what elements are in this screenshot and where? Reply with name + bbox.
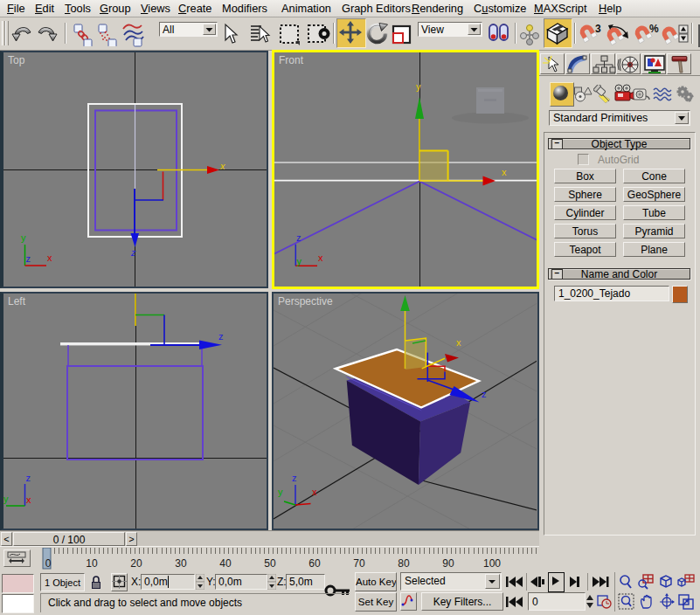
svg-text:z: z	[130, 247, 136, 258]
svg-text:x: x	[26, 494, 31, 505]
svg-text:x: x	[456, 337, 461, 348]
svg-text:y: y	[297, 256, 302, 266]
svg-text:x: x	[318, 252, 323, 263]
svg-text:3: 3	[595, 23, 601, 35]
svg-text:z: z	[482, 389, 487, 399]
svg-text:x: x	[219, 161, 225, 171]
svg-text:100: 100	[483, 557, 501, 570]
svg-text:70: 70	[353, 557, 365, 570]
svg-text:%: %	[649, 23, 659, 35]
svg-text:z: z	[218, 331, 224, 342]
svg-text:60: 60	[308, 557, 321, 570]
svg-text:90: 90	[442, 557, 454, 570]
svg-text:30: 30	[175, 557, 187, 570]
svg-text:z: z	[26, 253, 31, 264]
svg-text:20: 20	[130, 557, 142, 570]
svg-text:80: 80	[398, 557, 410, 570]
svg-text:50: 50	[264, 557, 276, 570]
svg-text:x: x	[47, 252, 52, 263]
svg-text:x: x	[312, 487, 317, 497]
svg-text:y: y	[416, 81, 421, 92]
svg-text:y: y	[21, 232, 26, 243]
svg-text:z: z	[292, 473, 297, 483]
svg-text:40: 40	[219, 557, 232, 570]
svg-text:y: y	[278, 487, 283, 497]
svg-text:x: x	[502, 167, 507, 177]
svg-text:z: z	[296, 232, 301, 243]
svg-text:0: 0	[45, 557, 52, 570]
svg-text:z: z	[26, 473, 31, 483]
svg-text:y: y	[3, 494, 9, 504]
svg-text:10: 10	[86, 557, 98, 570]
